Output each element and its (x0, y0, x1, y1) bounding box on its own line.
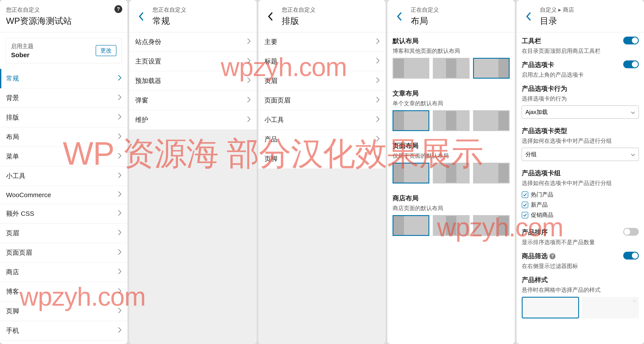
nav-label: 页面页眉 (6, 248, 32, 257)
nav-item[interactable]: 页脚 (0, 301, 128, 321)
panel-title: 排版 (282, 15, 316, 27)
layout-option[interactable] (392, 110, 429, 131)
section-title: 默认布局 (392, 37, 510, 46)
toolbar-toggle[interactable] (623, 37, 639, 45)
nav-item[interactable]: 标题 (258, 52, 386, 71)
sort-toggle[interactable] (623, 228, 639, 236)
filter-toggle[interactable] (623, 252, 639, 259)
nav-label: 排版 (6, 113, 19, 122)
nav-item[interactable]: 主要 (258, 32, 386, 52)
nav-item[interactable]: 页脚 (258, 149, 386, 169)
product-style-option-1[interactable] (522, 297, 579, 318)
checkbox[interactable] (522, 212, 528, 218)
chevron-right-icon (118, 133, 122, 141)
tabs-toggle[interactable] (623, 61, 639, 68)
tabs-behavior-desc: 选择选项卡的行为 (522, 95, 567, 103)
nav-item[interactable]: WooCommerce (0, 186, 128, 204)
nav-item[interactable]: 排版 (0, 108, 128, 127)
product-style-option-2[interactable]: ♡ (582, 297, 639, 318)
chevron-right-icon (118, 94, 122, 102)
nav-item[interactable]: 常规 (0, 69, 128, 88)
chevron-right-icon (247, 38, 250, 46)
chevron-right-icon (376, 116, 380, 124)
nav-item[interactable]: 页面页眉 (258, 91, 386, 110)
checkbox-row: 促销商品 (522, 210, 639, 220)
nav-item[interactable]: 小工具 (258, 110, 386, 130)
layout-section: 页面布局仅用于页面的默认布局 (387, 137, 515, 190)
section-desc: 单个文章的默认布局 (392, 100, 510, 107)
section-desc: 仅用于页面的默认布局 (392, 152, 510, 160)
tabs-behavior-select[interactable]: Ajax加载 (522, 106, 639, 119)
layout-option[interactable] (473, 215, 510, 236)
section-desc: 博客和其他页面的默认布局 (392, 47, 510, 55)
nav-item[interactable]: 商店 (0, 262, 128, 282)
nav-label: 商店 (6, 268, 19, 277)
nav-item[interactable]: 维护 (129, 110, 257, 130)
nav-item[interactable]: 弹窗 (129, 91, 257, 110)
chevron-right-icon (247, 116, 250, 124)
layout-option[interactable] (433, 163, 470, 183)
panel-title: 目录 (540, 15, 574, 27)
layout-option[interactable] (433, 58, 470, 79)
change-theme-button[interactable]: 更改 (96, 45, 116, 56)
nav-item[interactable]: 小工具 (0, 166, 128, 186)
customizer-shop-catalog-panel: 自定义 ▸ 商店 目录 工具栏 在目录页面顶部启用商店工具栏 产品选项卡 启用左… (516, 0, 644, 344)
layout-option[interactable] (433, 215, 470, 236)
tabs-group-title: 产品选项卡组 (522, 169, 612, 178)
layout-option[interactable] (392, 163, 429, 183)
nav-item[interactable]: 产品 (258, 130, 386, 149)
nav-item[interactable]: 额外 CSS (0, 204, 128, 224)
checkbox[interactable] (522, 202, 528, 208)
layout-option[interactable] (392, 58, 429, 79)
chevron-right-icon (376, 58, 380, 65)
chevron-right-icon (247, 58, 250, 65)
panel-title: 布局 (411, 15, 439, 27)
panel-pre: 正在自定义 (411, 6, 439, 14)
nav-item[interactable]: 预加载器 (129, 71, 257, 91)
nav-item[interactable]: 博客 (0, 282, 128, 301)
panel-title: 常规 (152, 15, 186, 27)
tabs-desc: 启用左上角的产品选项卡 (522, 71, 584, 79)
layout-option[interactable] (473, 58, 510, 79)
nav-item[interactable]: 布局 (0, 127, 128, 147)
nav-label: 小工具 (264, 116, 284, 124)
filter-desc: 在右侧显示过滤器图标 (522, 262, 578, 270)
heart-icon: ♡ (633, 299, 636, 304)
checkbox-label: 新产品 (531, 201, 548, 209)
nav-item[interactable]: 主页设置 (129, 52, 257, 71)
sort-desc: 显示排序选项而不是产品数量 (522, 238, 595, 246)
checkbox[interactable] (522, 191, 528, 198)
chevron-right-icon (118, 191, 122, 199)
nav-label: 博客 (6, 287, 19, 296)
select-value: Ajax加载 (526, 108, 548, 116)
layout-option[interactable] (473, 163, 510, 183)
tabs-type-select[interactable]: 分组 (522, 148, 639, 161)
layout-option[interactable] (392, 215, 429, 236)
nav-item[interactable]: 页眉 (258, 71, 386, 91)
back-button[interactable] (394, 11, 406, 23)
nav-item[interactable]: 页眉 (0, 224, 128, 243)
layout-option[interactable] (473, 110, 510, 131)
panel-pre: 您正在自定义 (152, 6, 186, 14)
layout-section: 默认布局博客和其他页面的默认布局 (387, 32, 515, 85)
nav-item[interactable]: 页面页眉 (0, 243, 128, 262)
nav-item[interactable]: 站点身份 (129, 32, 257, 52)
checkbox-row: 热门产品 (522, 190, 639, 200)
back-button[interactable] (135, 11, 147, 23)
chevron-right-icon (247, 77, 250, 85)
back-button[interactable] (522, 11, 535, 23)
layout-option[interactable] (433, 110, 470, 131)
sort-title: 产品排序 (522, 228, 595, 237)
nav-label: 维护 (135, 116, 148, 124)
style-title: 产品样式 (522, 275, 600, 284)
nav-label: 预加载器 (135, 77, 161, 85)
nav-label: 弹窗 (135, 96, 148, 105)
back-button[interactable] (264, 11, 276, 23)
toolbar-title: 工具栏 (522, 37, 600, 46)
help-icon[interactable]: ? (550, 253, 556, 259)
nav-item[interactable]: 背景 (0, 88, 128, 108)
tabs-group-desc: 选择如何在选项卡中对产品进行分组 (522, 179, 612, 187)
nav-item[interactable]: 菜单 (0, 147, 128, 166)
help-icon[interactable]: ? (114, 5, 122, 13)
nav-item[interactable]: 手机 (0, 321, 128, 340)
